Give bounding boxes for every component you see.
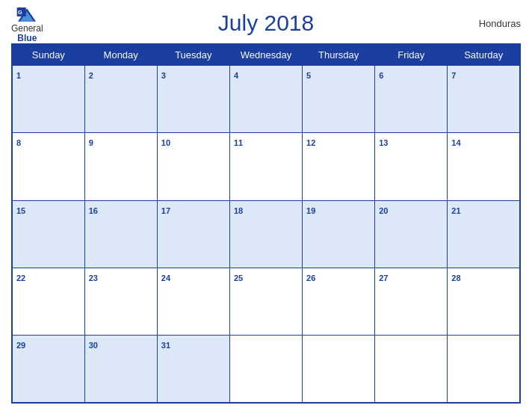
calendar-cell: 15 [12,200,84,268]
date-19: 19 [306,206,315,215]
header-tuesday: Tuesday [157,44,229,66]
date-31: 31 [161,341,170,350]
calendar-cell: 18 [229,200,302,268]
date-14: 14 [451,138,460,147]
date-11: 11 [234,138,243,147]
date-12: 12 [306,138,315,147]
header-monday: Monday [84,44,157,66]
calendar-cell: 4 [229,66,302,133]
date-13: 13 [379,138,388,147]
date-15: 15 [16,206,25,215]
calendar-cell [375,336,448,403]
calendar-cell: 13 [375,133,448,200]
week-row-1: 1234567 [12,66,520,133]
calendar-cell [229,336,302,403]
date-21: 21 [451,206,460,215]
calendar-cell: 10 [157,133,229,200]
header-thursday: Thursday [303,44,375,66]
calendar-cell [448,336,520,403]
calendar-cell: 2 [84,66,157,133]
calendar-container: G General Blue July 2018 Honduras Sunday… [0,0,532,411]
calendar-cell: 8 [12,133,84,200]
calendar-cell: 14 [448,133,520,200]
date-6: 6 [379,71,383,80]
logo-icon: G [16,7,37,22]
date-8: 8 [16,138,21,147]
header-wednesday: Wednesday [229,44,302,66]
calendar-cell: 25 [229,268,302,335]
date-5: 5 [306,71,311,80]
week-row-4: 22232425262728 [12,268,520,335]
calendar-table: Sunday Monday Tuesday Wednesday Thursday… [11,43,521,404]
calendar-cell: 27 [375,268,448,335]
logo-blue: Blue [17,34,37,43]
calendar-cell: 19 [303,200,375,268]
calendar-cell: 29 [12,336,84,403]
date-23: 23 [89,274,98,282]
country-label: Honduras [479,18,521,29]
date-10: 10 [161,138,170,147]
date-26: 26 [306,274,315,282]
calendar-cell: 7 [448,66,520,133]
date-25: 25 [234,274,243,282]
date-22: 22 [16,274,25,282]
date-20: 20 [379,206,388,215]
date-27: 27 [379,274,388,282]
date-2: 2 [89,71,93,80]
calendar-cell [303,336,375,403]
calendar-cell: 9 [84,133,157,200]
date-24: 24 [161,274,170,282]
calendar-cell: 12 [303,133,375,200]
week-row-5: 293031 [12,336,520,403]
header-friday: Friday [375,44,448,66]
date-1: 1 [16,71,21,80]
calendar-header: G General Blue July 2018 Honduras [11,7,521,39]
date-17: 17 [161,206,170,215]
date-4: 4 [234,71,238,80]
calendar-title: July 2018 [218,10,314,36]
weekday-header-row: Sunday Monday Tuesday Wednesday Thursday… [12,44,520,66]
date-29: 29 [16,341,25,350]
date-3: 3 [161,71,166,80]
header-sunday: Sunday [12,44,84,66]
header-saturday: Saturday [448,44,520,66]
calendar-cell: 11 [229,133,302,200]
calendar-cell: 1 [12,66,84,133]
calendar-cell: 3 [157,66,229,133]
calendar-cell: 21 [448,200,520,268]
week-row-3: 15161718192021 [12,200,520,268]
calendar-cell: 6 [375,66,448,133]
calendar-cell: 16 [84,200,157,268]
date-18: 18 [234,206,243,215]
date-28: 28 [451,274,460,282]
calendar-cell: 20 [375,200,448,268]
date-30: 30 [89,341,98,350]
calendar-cell: 23 [84,268,157,335]
calendar-cell: 22 [12,268,84,335]
calendar-cell: 26 [303,268,375,335]
date-16: 16 [89,206,98,215]
calendar-cell: 5 [303,66,375,133]
svg-text:G: G [18,9,22,16]
calendar-cell: 31 [157,336,229,403]
logo-area: G General Blue [11,7,43,43]
date-9: 9 [89,138,93,147]
calendar-cell: 24 [157,268,229,335]
date-7: 7 [451,71,456,80]
calendar-cell: 30 [84,336,157,403]
calendar-cell: 28 [448,268,520,335]
week-row-2: 891011121314 [12,133,520,200]
calendar-cell: 17 [157,200,229,268]
